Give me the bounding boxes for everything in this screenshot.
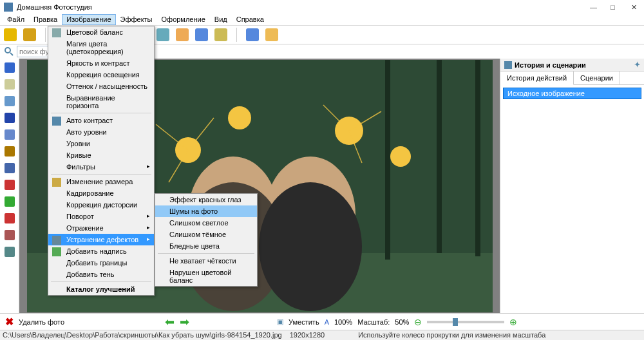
app-title: Домашняя Фотостудия bbox=[17, 3, 92, 11]
paint-icon[interactable] bbox=[23, 28, 36, 41]
menu-item[interactable]: Яркость и контраст bbox=[48, 57, 154, 69]
menu-item[interactable]: Добавить границы bbox=[48, 257, 154, 269]
stamp-icon[interactable] bbox=[5, 146, 15, 157]
pointer-icon[interactable] bbox=[5, 62, 15, 73]
tab-1[interactable]: Сценарии bbox=[574, 71, 620, 84]
menu-вид[interactable]: Вид bbox=[210, 14, 232, 25]
hand-icon[interactable] bbox=[5, 79, 15, 90]
home-icon[interactable] bbox=[265, 28, 278, 41]
zoom100-icon[interactable]: A bbox=[325, 318, 329, 326]
titlebar: Домашняя Фотостудия — □ ✕ bbox=[0, 0, 644, 14]
submenu-item[interactable]: Шумы на фото bbox=[155, 205, 257, 217]
svg-point-15 bbox=[228, 106, 251, 129]
history-item[interactable]: Исходное изображение bbox=[503, 88, 641, 99]
menu-изображение[interactable]: Изображение bbox=[62, 14, 115, 25]
zoom-slider[interactable] bbox=[427, 321, 504, 323]
svg-point-13 bbox=[259, 182, 362, 311]
menu-item[interactable]: Оттенок / насыщенность bbox=[48, 81, 154, 92]
status-path: C:\Users\Владелец\Desktop\Работа\скриншо… bbox=[3, 331, 282, 339]
menu-item[interactable]: Устранение дефектов bbox=[48, 234, 154, 245]
panel-gear-icon[interactable]: ✦ bbox=[634, 61, 640, 69]
menu-item[interactable]: Добавить тень bbox=[48, 269, 154, 280]
fit-button[interactable]: Уместить bbox=[289, 318, 319, 326]
submenu-item[interactable]: Эффект красных глаз bbox=[155, 194, 257, 205]
zoom-in-button[interactable]: ⊕ bbox=[509, 317, 517, 327]
fit-icon[interactable]: ▣ bbox=[277, 318, 283, 326]
menu-item[interactable]: Уровни bbox=[48, 138, 154, 149]
close-button[interactable]: ✕ bbox=[631, 3, 640, 11]
delete-icon[interactable]: ✖ bbox=[5, 316, 14, 328]
menu-оформление[interactable]: Оформление bbox=[157, 14, 210, 25]
menu-item[interactable]: Выравнивание горизонта bbox=[48, 92, 154, 111]
defects-submenu: Эффект красных глазШумы на фотоСлишком с… bbox=[155, 193, 258, 287]
svg-line-1 bbox=[10, 53, 13, 55]
submenu-item[interactable]: Не хватает чёткости bbox=[155, 255, 257, 267]
submenu-item[interactable]: Нарушен цветовой баланс bbox=[155, 267, 257, 286]
drop-icon[interactable] bbox=[5, 129, 15, 140]
menu-item[interactable]: Фильтры bbox=[48, 161, 154, 173]
scale-value: 50% bbox=[395, 318, 409, 326]
album-icon[interactable] bbox=[214, 28, 227, 41]
submenu-item[interactable]: Слишком тёмное bbox=[155, 229, 257, 240]
calendar-icon[interactable] bbox=[195, 28, 208, 41]
panel-header: История и сценарии ✦ bbox=[500, 59, 644, 71]
zoom-out-button[interactable]: ⊖ bbox=[414, 317, 422, 327]
search-icon bbox=[4, 46, 14, 57]
frame-icon[interactable] bbox=[176, 28, 189, 41]
menu-item[interactable]: Отражение bbox=[48, 222, 154, 234]
svg-point-0 bbox=[5, 48, 10, 53]
menu-item[interactable]: Каталог улучшений bbox=[48, 283, 154, 295]
menu-item[interactable]: Кривые bbox=[48, 149, 154, 161]
circle-icon[interactable] bbox=[5, 163, 15, 173]
menu-правка[interactable]: Правка bbox=[29, 14, 62, 25]
svg-point-17 bbox=[390, 146, 411, 167]
zoom-100[interactable]: 100% bbox=[334, 318, 352, 326]
levels-icon[interactable] bbox=[5, 230, 15, 240]
menu-item[interactable]: Изменение размера bbox=[48, 176, 154, 187]
menu-item[interactable]: Коррекция дисторсии bbox=[48, 199, 154, 211]
right-panel: История и сценарии ✦ История действийСце… bbox=[500, 59, 644, 313]
picture-icon[interactable] bbox=[156, 28, 169, 41]
tab-0[interactable]: История действий bbox=[500, 71, 574, 85]
menu-item[interactable]: Авто контраст bbox=[48, 115, 154, 126]
pen-icon[interactable] bbox=[5, 113, 15, 123]
history-list: Исходное изображение bbox=[500, 85, 644, 102]
menu-эффекты[interactable]: Эффекты bbox=[116, 14, 157, 25]
menu-справка[interactable]: Справка bbox=[232, 14, 269, 25]
submenu-item[interactable]: Бледные цвета bbox=[155, 240, 257, 252]
delete-button[interactable]: Удалить фото bbox=[19, 318, 64, 326]
help-icon[interactable] bbox=[246, 28, 259, 41]
scale-label: Масштаб: bbox=[357, 318, 390, 326]
statusbar: C:\Users\Владелец\Desktop\Работа\скриншо… bbox=[0, 330, 644, 340]
next-button[interactable]: ➡ bbox=[180, 315, 189, 329]
minimize-button[interactable]: — bbox=[590, 3, 599, 11]
crop-icon[interactable] bbox=[5, 247, 15, 257]
prev-button[interactable]: ⬅ bbox=[165, 315, 175, 329]
open-icon[interactable] bbox=[4, 28, 17, 41]
status-dims: 1920x1280 bbox=[290, 331, 325, 339]
menu-файл[interactable]: Файл bbox=[3, 14, 29, 25]
maximize-button[interactable]: □ bbox=[611, 3, 620, 11]
submenu-item[interactable]: Слишком светлое bbox=[155, 217, 257, 229]
menu-item[interactable]: Поворот bbox=[48, 211, 154, 222]
menu-item[interactable]: Коррекция освещения bbox=[48, 69, 154, 81]
redeye-icon[interactable] bbox=[5, 180, 15, 190]
layers-icon[interactable] bbox=[5, 213, 15, 223]
panel-title: История и сценарии bbox=[515, 61, 586, 69]
menu-item[interactable]: Авто уровни bbox=[48, 126, 154, 138]
menubar: ФайлПравкаИзображениеЭффектыОформлениеВи… bbox=[0, 14, 644, 26]
app-icon bbox=[4, 3, 13, 12]
zoom-icon[interactable] bbox=[5, 96, 15, 106]
menu-item[interactable]: Кадрирование bbox=[48, 187, 154, 199]
menu-item[interactable]: Цветовой баланс bbox=[48, 26, 154, 38]
left-toolbar bbox=[0, 59, 19, 313]
panel-tabs: История действийСценарии bbox=[500, 71, 644, 85]
panel-icon bbox=[504, 61, 512, 69]
status-hint: Используйте колесо прокрутки для изменен… bbox=[358, 331, 545, 339]
color-icon[interactable] bbox=[5, 196, 15, 207]
image-menu-dropdown: Цветовой балансМагия цвета (цветокоррекц… bbox=[48, 26, 155, 296]
menu-item[interactable]: Добавить надпись bbox=[48, 245, 154, 257]
menu-item[interactable]: Магия цвета (цветокоррекция) bbox=[48, 38, 154, 57]
bottom-bar: ✖ Удалить фото ⬅ ➡ ▣ Уместить A 100% Мас… bbox=[0, 313, 644, 330]
